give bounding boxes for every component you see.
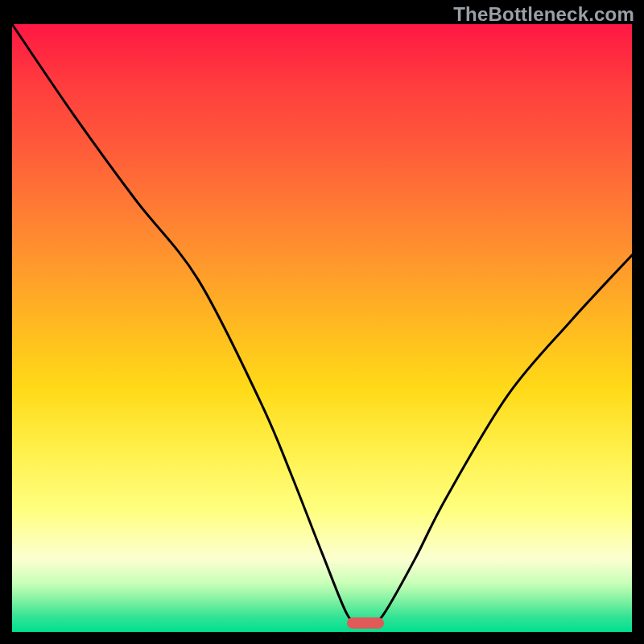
curve-svg bbox=[12, 24, 632, 632]
chart-frame: TheBottleneck.com bbox=[0, 0, 644, 644]
watermark-text: TheBottleneck.com bbox=[453, 3, 634, 26]
optimum-marker bbox=[347, 617, 384, 629]
bottleneck-curve bbox=[12, 24, 632, 624]
plot-area bbox=[12, 24, 632, 632]
